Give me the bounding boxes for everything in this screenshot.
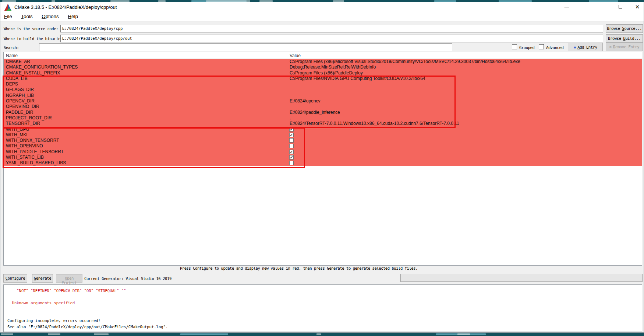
table-row[interactable]: WITH_OPENVINO bbox=[4, 143, 642, 149]
add-entry-button[interactable]: ✚Add Entry bbox=[568, 43, 603, 51]
menu-tools[interactable]: Tools bbox=[17, 12, 36, 19]
menu-help[interactable]: Help bbox=[64, 12, 82, 19]
output-line: Configuring incomplete, errors occurred! bbox=[7, 318, 642, 323]
cache-entry-name: CUDA_LIB bbox=[6, 76, 28, 81]
cache-table: Name Value CMAKE_ARC:/Program Files (x86… bbox=[3, 52, 642, 266]
value-checkbox-unchecked[interactable] bbox=[289, 144, 294, 148]
column-header-value[interactable]: Value bbox=[290, 52, 301, 58]
browse-source-button[interactable]: Browse Source... bbox=[606, 24, 643, 33]
window-title: CMake 3.18.5 - E:/0824/PaddleX/deploy/cp… bbox=[14, 4, 117, 10]
cache-entry-name: OPENCV_DIR bbox=[6, 98, 35, 104]
value-checkbox-unchecked[interactable] bbox=[289, 161, 294, 165]
cache-entry-name: WITH_OPENVINO bbox=[6, 143, 43, 149]
cache-entry-value[interactable]: C:/Program Files (x86)/Microsoft Visual … bbox=[286, 59, 639, 64]
output-error-line: Unknown arguments specified bbox=[7, 300, 642, 306]
column-divider[interactable] bbox=[286, 53, 286, 59]
table-row[interactable]: WITH_STATIC_LIB✓ bbox=[4, 155, 642, 160]
search-input[interactable] bbox=[39, 43, 452, 51]
table-row[interactable]: OPENVINO_DIR bbox=[4, 104, 642, 109]
cache-entry-name: PROJECT_ROOT_DIR bbox=[6, 115, 52, 121]
output-line bbox=[7, 306, 642, 312]
table-row[interactable]: DEPS bbox=[4, 81, 642, 87]
table-row[interactable]: CMAKE_CONFIGURATION_TYPESDebug;Release;M… bbox=[4, 64, 642, 70]
table-row[interactable]: CMAKE_ARC:/Program Files (x86)/Microsoft… bbox=[4, 59, 642, 64]
output-error-line: "NOT" "DEFINED" "OPENCV_DIR" "OR" "STREQ… bbox=[7, 288, 642, 294]
advanced-checkbox[interactable] bbox=[539, 44, 544, 49]
cache-table-header: Name Value bbox=[4, 52, 642, 59]
value-checkbox-checked[interactable]: ✓ bbox=[289, 155, 294, 160]
output-line bbox=[7, 294, 642, 300]
cache-entry-name: YAML_BUILD_SHARED_LIBS bbox=[6, 160, 66, 166]
table-row[interactable]: CUDA_LIBC:/Program Files/NVIDIA GPU Comp… bbox=[4, 76, 642, 81]
build-path-combobox[interactable]: E:/0824/PaddleX/deploy/cpp/out bbox=[60, 35, 603, 42]
table-row[interactable]: YAML_BUILD_SHARED_LIBS bbox=[4, 160, 642, 166]
cache-entry-name: TENSORRT_DIR bbox=[6, 121, 40, 126]
value-checkbox-checked[interactable]: ✓ bbox=[289, 133, 294, 137]
cache-entry-name: CMAKE_INSTALL_PREFIX bbox=[6, 70, 60, 76]
cache-entry-value[interactable]: E:/0824/opencv bbox=[286, 98, 639, 104]
minimize-button[interactable]: — bbox=[558, 2, 575, 12]
source-path-input[interactable]: E:/0824/PaddleX/deploy/cpp bbox=[60, 25, 603, 32]
table-row[interactable]: NGRAPH_LIB bbox=[4, 93, 642, 98]
cache-entry-name: WITH_MKL bbox=[6, 132, 29, 138]
table-row[interactable]: WITH_PADDLE_TENSORRT✓ bbox=[4, 149, 642, 155]
cache-table-body: CMAKE_ARC:/Program Files (x86)/Microsoft… bbox=[4, 59, 642, 166]
value-checkbox-unchecked[interactable] bbox=[289, 138, 294, 143]
add-icon: ✚ bbox=[573, 45, 576, 50]
cache-entry-name: WITH_GPU bbox=[6, 127, 29, 132]
table-row[interactable]: WITH_GPU✓ bbox=[4, 127, 642, 132]
cmake-logo-icon bbox=[4, 3, 12, 11]
cache-entry-value[interactable]: E:/0824/TensorRT-7.0.0.11.Windows10.x86_… bbox=[286, 121, 639, 126]
add-entry-label: Add Entry bbox=[577, 45, 597, 49]
table-row[interactable]: PROJECT_ROOT_DIR. bbox=[4, 115, 642, 121]
cache-entry-value[interactable]: . bbox=[286, 115, 639, 121]
cache-entry-value[interactable]: C:/Program Files (x86)/PaddleDeploy bbox=[286, 70, 639, 76]
remove-entry-button[interactable]: ✖Remove Entry bbox=[606, 43, 643, 51]
advanced-label: Advanced bbox=[546, 45, 563, 50]
build-binaries-label: Where to build the binaries: bbox=[4, 36, 65, 41]
progress-bar bbox=[400, 274, 643, 282]
value-checkbox-checked[interactable]: ✓ bbox=[289, 150, 294, 154]
source-code-label: Where is the source code: bbox=[4, 27, 58, 31]
table-row[interactable]: OPENCV_DIRE:/0824/opencv bbox=[4, 98, 642, 104]
grouped-checkbox[interactable] bbox=[512, 44, 517, 49]
menu-options[interactable]: Options bbox=[38, 12, 63, 19]
cache-entry-value[interactable]: E:/0824/paddle_inference bbox=[286, 110, 639, 115]
search-label: Search: bbox=[4, 45, 19, 50]
maximize-icon bbox=[619, 5, 622, 8]
cache-entry-name: OPENVINO_DIR bbox=[6, 104, 39, 109]
output-line bbox=[7, 312, 642, 318]
table-row[interactable]: WITH_ONNX_TENSORRT bbox=[4, 138, 642, 143]
menu-file[interactable]: File bbox=[0, 12, 16, 19]
background-window-strip-bottom bbox=[0, 333, 644, 336]
table-row[interactable]: GFLAGS_DIR bbox=[4, 87, 642, 92]
output-line: See also "E:/0824/PaddleX/deploy/cpp/out… bbox=[7, 324, 642, 330]
browse-build-button[interactable]: Browse Build... bbox=[606, 34, 643, 43]
table-row[interactable]: WITH_MKL✓ bbox=[4, 132, 642, 138]
cache-entry-name: PADDLE_DIR bbox=[6, 110, 33, 115]
table-row[interactable]: TENSORRT_DIRE:/0824/TensorRT-7.0.0.11.Wi… bbox=[4, 121, 642, 126]
remove-icon: ✖ bbox=[609, 45, 612, 49]
maximize-button[interactable] bbox=[612, 2, 629, 12]
cache-entry-name: CMAKE_AR bbox=[6, 59, 30, 64]
table-row[interactable]: PADDLE_DIRE:/0824/paddle_inference bbox=[4, 110, 642, 115]
cache-entry-name: WITH_PADDLE_TENSORRT bbox=[6, 149, 64, 155]
cache-entry-name: NGRAPH_LIB bbox=[6, 93, 34, 98]
title-bar: CMake 3.18.5 - E:/0824/PaddleX/deploy/cp… bbox=[0, 2, 644, 12]
value-checkbox-checked[interactable]: ✓ bbox=[289, 127, 294, 132]
configure-button[interactable]: Configure bbox=[3, 274, 27, 283]
cache-entry-name: WITH_ONNX_TENSORRT bbox=[6, 138, 59, 143]
configure-hint-text: Press Configure to update and display ne… bbox=[180, 266, 418, 270]
open-project-button[interactable]: Open Project bbox=[56, 274, 82, 283]
cmake-window: CMake 3.18.5 - E:/0824/PaddleX/deploy/cp… bbox=[0, 2, 644, 333]
cache-entry-value[interactable]: C:/Program Files/NVIDIA GPU Computing To… bbox=[286, 76, 639, 81]
cache-entry-value[interactable]: Debug;Release;MinSizeRel;RelWithDebInfo bbox=[286, 64, 639, 70]
cache-entry-name: DEPS bbox=[6, 81, 18, 87]
table-row[interactable]: CMAKE_INSTALL_PREFIXC:/Program Files (x8… bbox=[4, 70, 642, 76]
close-button[interactable]: ✕ bbox=[629, 2, 644, 12]
generate-button[interactable]: Generate bbox=[32, 274, 53, 283]
column-header-name[interactable]: Name bbox=[6, 52, 18, 58]
output-log[interactable]: "NOT" "DEFINED" "OPENCV_DIR" "OR" "STREQ… bbox=[3, 284, 642, 332]
cache-entry-name: WITH_STATIC_LIB bbox=[6, 155, 44, 160]
current-generator-label: Current Generator: Visual Studio 16 2019 bbox=[84, 276, 171, 281]
